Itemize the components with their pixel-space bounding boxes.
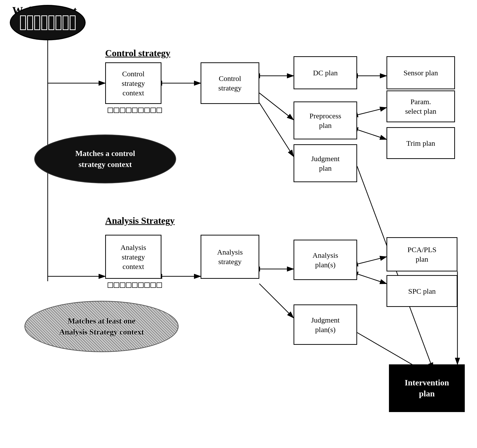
analysis-strategy-context-slots (108, 282, 162, 288)
analysis-strategy-box: Analysis strategy (201, 235, 259, 279)
svg-line-10 (357, 130, 386, 139)
slot-8 (150, 108, 156, 113)
wafer-slot-7 (63, 15, 68, 30)
svg-line-11 (259, 103, 294, 157)
param-select-plan-box: Param. select plan (386, 90, 455, 122)
slot-4 (126, 108, 131, 113)
wafer-slot-5 (48, 15, 54, 30)
analysis-match-ellipse: Matches at least one Analysis Strategy c… (24, 301, 179, 352)
slot-5 (132, 108, 137, 113)
control-match-text: Matches a control strategy context (75, 148, 135, 170)
aslot-8 (150, 282, 156, 288)
judgment-plan-control-box: Judgment plan (294, 144, 357, 182)
analysis-strategy-context-box: Analysis strategy context (105, 235, 161, 279)
analysis-match-text: Matches at least one Analysis Strategy c… (59, 315, 144, 337)
svg-line-9 (357, 108, 386, 115)
slot-3 (120, 108, 125, 113)
aslot-7 (144, 282, 150, 288)
spc-plan-box: SPC plan (386, 275, 457, 307)
judgment-plans-analysis-box: Judgment plan(s) (294, 304, 357, 345)
wafer-slot-8 (70, 15, 76, 30)
preprocess-plan-box: Preprocess plan (294, 101, 357, 139)
control-strategy-box: Control strategy (201, 62, 259, 104)
analysis-plans-box: Analysis plan(s) (294, 240, 357, 280)
wafer-slot-3 (34, 15, 40, 30)
slot-1 (108, 108, 113, 113)
pca-pls-plan-box: PCA/PLS plan (386, 237, 457, 271)
aslot-2 (114, 282, 119, 288)
slot-6 (138, 108, 144, 113)
aslot-9 (157, 282, 162, 288)
wafer-slots (20, 15, 76, 30)
svg-line-14 (357, 257, 386, 264)
slot-9 (157, 108, 162, 113)
slot-7 (144, 108, 150, 113)
aslot-4 (126, 282, 131, 288)
aslot-1 (108, 282, 113, 288)
wafer-slot-4 (41, 15, 47, 30)
diagram-container: Wafer context Control strategy Control s… (0, 0, 477, 448)
control-strategy-context-slots (108, 108, 162, 113)
sensor-plan-box: Sensor plan (386, 56, 455, 89)
svg-line-16 (259, 284, 294, 318)
analysis-strategy-heading: Analysis Strategy (105, 215, 175, 226)
wafer-context-ellipse (10, 5, 86, 40)
trim-plan-box: Trim plan (386, 127, 455, 159)
aslot-3 (120, 282, 125, 288)
control-match-ellipse: Matches a control strategy context (34, 134, 176, 183)
wafer-slot-2 (27, 15, 33, 30)
intervention-plan-box: Intervention plan (389, 364, 465, 412)
wafer-slot-1 (20, 15, 26, 30)
svg-line-15 (357, 274, 386, 284)
wafer-slot-6 (56, 15, 61, 30)
svg-line-8 (259, 93, 294, 120)
slot-2 (114, 108, 119, 113)
aslot-5 (132, 282, 137, 288)
aslot-6 (138, 282, 144, 288)
control-strategy-heading: Control strategy (105, 48, 170, 58)
dc-plan-box: DC plan (294, 56, 357, 89)
control-strategy-context-box: Control strategy context (105, 62, 161, 104)
